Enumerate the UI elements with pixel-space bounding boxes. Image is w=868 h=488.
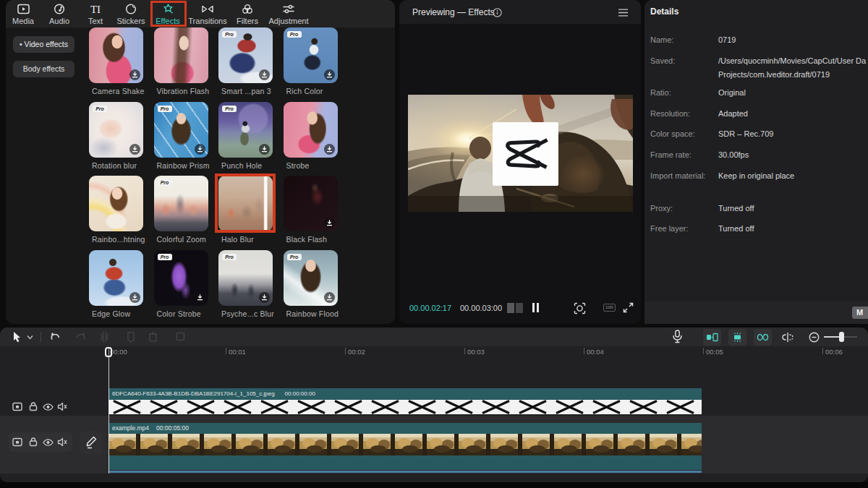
svg-text:TI: TI	[90, 4, 101, 14]
